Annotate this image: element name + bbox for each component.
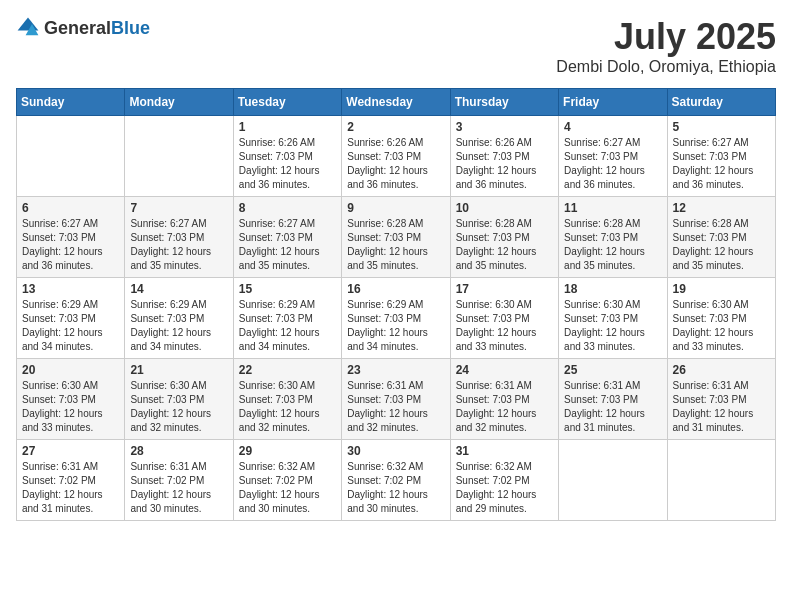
calendar-cell: 8Sunrise: 6:27 AM Sunset: 7:03 PM Daylig… (233, 197, 341, 278)
calendar-cell: 6Sunrise: 6:27 AM Sunset: 7:03 PM Daylig… (17, 197, 125, 278)
calendar-cell: 3Sunrise: 6:26 AM Sunset: 7:03 PM Daylig… (450, 116, 558, 197)
day-number: 14 (130, 282, 227, 296)
day-number: 10 (456, 201, 553, 215)
day-number: 15 (239, 282, 336, 296)
day-info: Sunrise: 6:27 AM Sunset: 7:03 PM Dayligh… (673, 136, 770, 192)
calendar-week-5: 27Sunrise: 6:31 AM Sunset: 7:02 PM Dayli… (17, 440, 776, 521)
day-number: 31 (456, 444, 553, 458)
weekday-header-thursday: Thursday (450, 89, 558, 116)
day-info: Sunrise: 6:31 AM Sunset: 7:02 PM Dayligh… (130, 460, 227, 516)
day-number: 4 (564, 120, 661, 134)
calendar-cell: 18Sunrise: 6:30 AM Sunset: 7:03 PM Dayli… (559, 278, 667, 359)
calendar-cell: 16Sunrise: 6:29 AM Sunset: 7:03 PM Dayli… (342, 278, 450, 359)
calendar-cell: 25Sunrise: 6:31 AM Sunset: 7:03 PM Dayli… (559, 359, 667, 440)
calendar-week-4: 20Sunrise: 6:30 AM Sunset: 7:03 PM Dayli… (17, 359, 776, 440)
calendar-cell: 21Sunrise: 6:30 AM Sunset: 7:03 PM Dayli… (125, 359, 233, 440)
day-info: Sunrise: 6:30 AM Sunset: 7:03 PM Dayligh… (673, 298, 770, 354)
weekday-header-monday: Monday (125, 89, 233, 116)
day-info: Sunrise: 6:29 AM Sunset: 7:03 PM Dayligh… (22, 298, 119, 354)
day-number: 3 (456, 120, 553, 134)
day-number: 2 (347, 120, 444, 134)
calendar-cell: 11Sunrise: 6:28 AM Sunset: 7:03 PM Dayli… (559, 197, 667, 278)
day-info: Sunrise: 6:26 AM Sunset: 7:03 PM Dayligh… (239, 136, 336, 192)
calendar-cell: 13Sunrise: 6:29 AM Sunset: 7:03 PM Dayli… (17, 278, 125, 359)
logo-icon (16, 16, 40, 40)
calendar-week-3: 13Sunrise: 6:29 AM Sunset: 7:03 PM Dayli… (17, 278, 776, 359)
calendar-cell (667, 440, 775, 521)
day-number: 7 (130, 201, 227, 215)
calendar-cell: 23Sunrise: 6:31 AM Sunset: 7:03 PM Dayli… (342, 359, 450, 440)
calendar-cell: 2Sunrise: 6:26 AM Sunset: 7:03 PM Daylig… (342, 116, 450, 197)
logo-general: General (44, 18, 111, 38)
calendar-week-2: 6Sunrise: 6:27 AM Sunset: 7:03 PM Daylig… (17, 197, 776, 278)
day-number: 18 (564, 282, 661, 296)
day-number: 6 (22, 201, 119, 215)
day-info: Sunrise: 6:32 AM Sunset: 7:02 PM Dayligh… (239, 460, 336, 516)
day-number: 13 (22, 282, 119, 296)
day-number: 26 (673, 363, 770, 377)
calendar-cell: 5Sunrise: 6:27 AM Sunset: 7:03 PM Daylig… (667, 116, 775, 197)
day-info: Sunrise: 6:30 AM Sunset: 7:03 PM Dayligh… (239, 379, 336, 435)
calendar-cell (559, 440, 667, 521)
calendar-cell (17, 116, 125, 197)
day-info: Sunrise: 6:27 AM Sunset: 7:03 PM Dayligh… (22, 217, 119, 273)
calendar-cell: 17Sunrise: 6:30 AM Sunset: 7:03 PM Dayli… (450, 278, 558, 359)
calendar-cell: 10Sunrise: 6:28 AM Sunset: 7:03 PM Dayli… (450, 197, 558, 278)
day-info: Sunrise: 6:32 AM Sunset: 7:02 PM Dayligh… (456, 460, 553, 516)
logo: GeneralBlue (16, 16, 150, 40)
day-number: 27 (22, 444, 119, 458)
weekday-header-sunday: Sunday (17, 89, 125, 116)
calendar-header-row: SundayMondayTuesdayWednesdayThursdayFrid… (17, 89, 776, 116)
day-info: Sunrise: 6:29 AM Sunset: 7:03 PM Dayligh… (130, 298, 227, 354)
day-number: 12 (673, 201, 770, 215)
calendar-cell: 19Sunrise: 6:30 AM Sunset: 7:03 PM Dayli… (667, 278, 775, 359)
day-info: Sunrise: 6:26 AM Sunset: 7:03 PM Dayligh… (456, 136, 553, 192)
day-info: Sunrise: 6:28 AM Sunset: 7:03 PM Dayligh… (347, 217, 444, 273)
calendar-cell: 14Sunrise: 6:29 AM Sunset: 7:03 PM Dayli… (125, 278, 233, 359)
day-info: Sunrise: 6:30 AM Sunset: 7:03 PM Dayligh… (456, 298, 553, 354)
day-number: 20 (22, 363, 119, 377)
title-block: July 2025 Dembi Dolo, Oromiya, Ethiopia (556, 16, 776, 76)
day-number: 28 (130, 444, 227, 458)
calendar-cell (125, 116, 233, 197)
day-number: 21 (130, 363, 227, 377)
day-number: 29 (239, 444, 336, 458)
day-number: 22 (239, 363, 336, 377)
calendar-cell: 26Sunrise: 6:31 AM Sunset: 7:03 PM Dayli… (667, 359, 775, 440)
day-info: Sunrise: 6:31 AM Sunset: 7:03 PM Dayligh… (347, 379, 444, 435)
day-info: Sunrise: 6:30 AM Sunset: 7:03 PM Dayligh… (22, 379, 119, 435)
day-number: 9 (347, 201, 444, 215)
day-number: 30 (347, 444, 444, 458)
calendar-cell: 4Sunrise: 6:27 AM Sunset: 7:03 PM Daylig… (559, 116, 667, 197)
calendar-cell: 12Sunrise: 6:28 AM Sunset: 7:03 PM Dayli… (667, 197, 775, 278)
calendar-cell: 9Sunrise: 6:28 AM Sunset: 7:03 PM Daylig… (342, 197, 450, 278)
day-number: 25 (564, 363, 661, 377)
calendar-cell: 22Sunrise: 6:30 AM Sunset: 7:03 PM Dayli… (233, 359, 341, 440)
day-number: 24 (456, 363, 553, 377)
calendar-cell: 24Sunrise: 6:31 AM Sunset: 7:03 PM Dayli… (450, 359, 558, 440)
day-info: Sunrise: 6:30 AM Sunset: 7:03 PM Dayligh… (564, 298, 661, 354)
weekday-header-friday: Friday (559, 89, 667, 116)
day-number: 19 (673, 282, 770, 296)
logo-blue: Blue (111, 18, 150, 38)
calendar-cell: 27Sunrise: 6:31 AM Sunset: 7:02 PM Dayli… (17, 440, 125, 521)
calendar-week-1: 1Sunrise: 6:26 AM Sunset: 7:03 PM Daylig… (17, 116, 776, 197)
day-info: Sunrise: 6:31 AM Sunset: 7:02 PM Dayligh… (22, 460, 119, 516)
svg-marker-0 (18, 18, 39, 31)
calendar-cell: 29Sunrise: 6:32 AM Sunset: 7:02 PM Dayli… (233, 440, 341, 521)
day-number: 23 (347, 363, 444, 377)
calendar-table: SundayMondayTuesdayWednesdayThursdayFrid… (16, 88, 776, 521)
day-number: 1 (239, 120, 336, 134)
day-number: 17 (456, 282, 553, 296)
day-info: Sunrise: 6:29 AM Sunset: 7:03 PM Dayligh… (239, 298, 336, 354)
day-info: Sunrise: 6:27 AM Sunset: 7:03 PM Dayligh… (564, 136, 661, 192)
day-info: Sunrise: 6:28 AM Sunset: 7:03 PM Dayligh… (456, 217, 553, 273)
calendar-cell: 20Sunrise: 6:30 AM Sunset: 7:03 PM Dayli… (17, 359, 125, 440)
day-info: Sunrise: 6:27 AM Sunset: 7:03 PM Dayligh… (239, 217, 336, 273)
calendar-cell: 30Sunrise: 6:32 AM Sunset: 7:02 PM Dayli… (342, 440, 450, 521)
day-info: Sunrise: 6:31 AM Sunset: 7:03 PM Dayligh… (456, 379, 553, 435)
calendar-cell: 31Sunrise: 6:32 AM Sunset: 7:02 PM Dayli… (450, 440, 558, 521)
day-info: Sunrise: 6:27 AM Sunset: 7:03 PM Dayligh… (130, 217, 227, 273)
day-info: Sunrise: 6:28 AM Sunset: 7:03 PM Dayligh… (564, 217, 661, 273)
day-info: Sunrise: 6:29 AM Sunset: 7:03 PM Dayligh… (347, 298, 444, 354)
